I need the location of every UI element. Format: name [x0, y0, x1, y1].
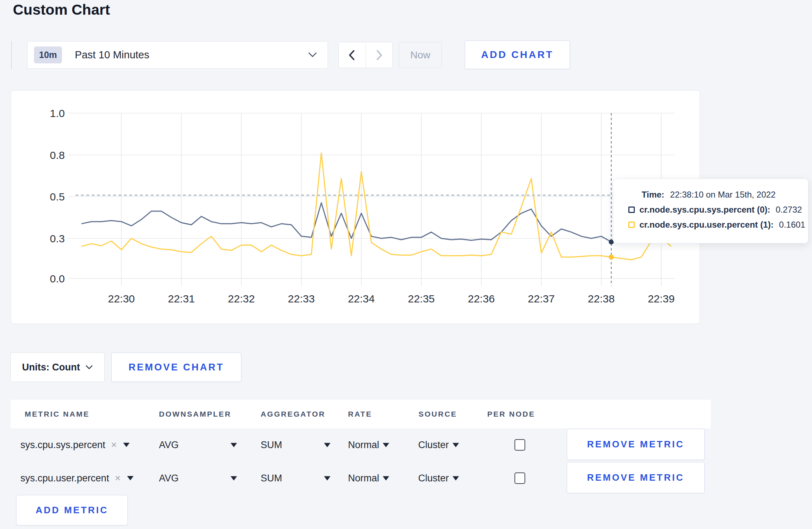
dropdown-arrow-icon — [453, 443, 459, 447]
now-button[interactable]: Now — [399, 42, 442, 68]
dropdown-arrow-icon — [127, 476, 134, 480]
svg-text:0.8: 0.8 — [50, 149, 65, 161]
chart-tooltip: Time: 22:38:10 on Mar 15th, 2022 cr.node… — [613, 179, 808, 243]
dropdown-arrow-icon — [383, 476, 389, 480]
tooltip-series-value: 0.2732 — [775, 205, 802, 215]
svg-text:22:30: 22:30 — [108, 293, 135, 305]
per-node-checkbox[interactable] — [514, 439, 525, 451]
svg-text:22:37: 22:37 — [528, 293, 555, 305]
chart-card: 0.00.30.50.81.022:3022:3122:3222:3322:34… — [11, 90, 700, 324]
series-user-swatch-icon — [628, 222, 635, 228]
downsampler-select[interactable]: AVG — [159, 473, 237, 484]
header-metric-name: METRIC NAME — [25, 410, 90, 418]
svg-text:0.3: 0.3 — [50, 233, 65, 244]
time-window-label: Past 10 Minutes — [75, 49, 149, 61]
tooltip-series-name: cr.node.sys.cpu.sys.percent (0): — [639, 205, 770, 215]
dropdown-arrow-icon — [324, 443, 330, 447]
source-select[interactable]: Cluster — [418, 440, 459, 451]
header-downsampler: DOWNSAMPLER — [159, 410, 231, 418]
svg-text:22:38: 22:38 — [588, 293, 615, 305]
header-source: SOURCE — [419, 410, 457, 418]
svg-text:0.5: 0.5 — [50, 191, 65, 203]
svg-text:0.0: 0.0 — [50, 273, 65, 285]
rate-select[interactable]: Normal — [348, 440, 389, 451]
dropdown-arrow-icon — [231, 443, 237, 447]
svg-text:22:34: 22:34 — [348, 293, 375, 305]
header-rate: RATE — [348, 410, 372, 418]
chevron-left-icon — [347, 49, 357, 61]
chevron-right-icon — [374, 49, 385, 61]
units-select[interactable]: Units: Count — [10, 353, 105, 382]
svg-text:22:35: 22:35 — [408, 293, 435, 305]
tooltip-series-name: cr.node.sys.cpu.user.percent (1): — [639, 220, 774, 230]
units-label: Units: Count — [22, 362, 80, 373]
aggregator-select[interactable]: SUM — [261, 473, 330, 484]
downsampler-select[interactable]: AVG — [159, 440, 237, 451]
svg-text:22:32: 22:32 — [228, 293, 255, 305]
toolbar-divider — [11, 41, 12, 69]
time-window-badge: 10m — [34, 47, 62, 63]
add-metric-button[interactable]: ADD METRIC — [16, 495, 128, 525]
tooltip-series-value: 0.1601 — [779, 220, 805, 230]
chevron-down-icon — [308, 52, 317, 58]
time-window-select[interactable]: 10m Past 10 Minutes — [27, 41, 328, 69]
svg-text:1.0: 1.0 — [50, 107, 65, 119]
remove-metric-button[interactable]: REMOVE METRIC — [567, 429, 705, 460]
rate-select[interactable]: Normal — [348, 473, 389, 484]
remove-chart-button[interactable]: REMOVE CHART — [111, 353, 241, 382]
svg-text:22:33: 22:33 — [288, 293, 315, 305]
metric-name-select[interactable]: sys.cpu.user.percent × — [20, 472, 134, 484]
tooltip-time-value: 22:38:10 on Mar 15th, 2022 — [670, 190, 776, 200]
metric-name-select[interactable]: sys.cpu.sys.percent × — [20, 439, 130, 451]
clear-metric-icon[interactable]: × — [111, 439, 117, 451]
add-chart-button[interactable]: ADD CHART — [465, 40, 570, 69]
svg-text:22:39: 22:39 — [648, 293, 675, 305]
time-pager — [338, 42, 393, 68]
aggregator-select[interactable]: SUM — [261, 440, 330, 451]
dropdown-arrow-icon — [123, 443, 130, 447]
tooltip-time-label: Time: — [642, 190, 664, 200]
source-select[interactable]: Cluster — [418, 473, 459, 484]
next-time-button[interactable] — [366, 42, 393, 68]
clear-metric-icon[interactable]: × — [115, 472, 121, 484]
metrics-table-header: METRIC NAME DOWNSAMPLER AGGREGATOR RATE … — [11, 400, 711, 428]
svg-text:22:31: 22:31 — [168, 293, 195, 305]
remove-metric-button[interactable]: REMOVE METRIC — [567, 462, 705, 493]
dropdown-arrow-icon — [383, 443, 389, 447]
prev-time-button[interactable] — [339, 42, 366, 68]
chart-plot[interactable]: 0.00.30.50.81.022:3022:3122:3222:3322:34… — [11, 91, 700, 324]
series-sys-swatch-icon — [628, 207, 635, 213]
header-aggregator: AGGREGATOR — [261, 410, 325, 418]
dropdown-arrow-icon — [453, 476, 459, 480]
header-per-node: PER NODE — [487, 410, 535, 418]
per-node-checkbox[interactable] — [514, 472, 525, 484]
page-title: Custom Chart — [13, 1, 110, 18]
svg-text:22:36: 22:36 — [468, 293, 495, 305]
dropdown-arrow-icon — [324, 476, 330, 480]
dropdown-arrow-icon — [231, 476, 237, 480]
chevron-down-icon — [86, 365, 93, 370]
